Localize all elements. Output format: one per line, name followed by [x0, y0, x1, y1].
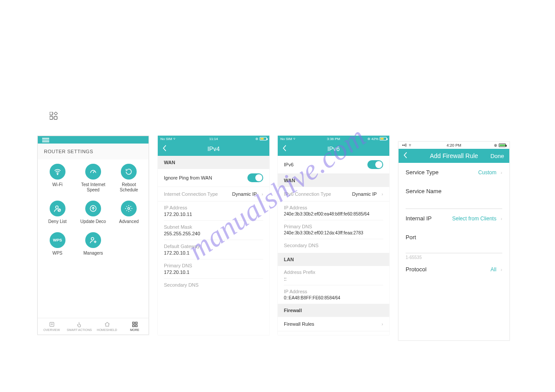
field-secondary-dns: Secondary DNS — [278, 239, 389, 253]
svg-point-3 — [57, 174, 58, 175]
screen-ipv4: No SIM ᯤ 11:14 ⊕ IPv4 WAN Ignore Ping fr… — [158, 136, 269, 335]
svg-rect-1 — [50, 116, 53, 119]
wan-section-header: WAN — [278, 174, 389, 187]
settings-grid: Wi-Fi Test Internet Speed Reboot Schedul… — [38, 159, 149, 256]
chevron-right-icon: › — [501, 267, 502, 272]
protocol-value: All — [490, 266, 496, 273]
grid-item-advanced[interactable]: Advanced — [111, 201, 147, 224]
bottom-tab-bar: OVERVIEW SMART ACTIONS HOMESHIELD MORE — [38, 318, 149, 334]
protocol-row[interactable]: Protocol All › — [399, 260, 509, 279]
wan-section-header: WAN — [158, 156, 269, 169]
svg-rect-12 — [135, 322, 137, 324]
screen-router-settings: ROUTER SETTINGS Wi-Fi Test Internet Spee… — [37, 136, 149, 335]
field-subnet-mask: Subnet Mask 255.255.255.240 — [158, 221, 269, 240]
tap-icon — [76, 321, 83, 327]
conn-type-value: Dynamic IP — [352, 191, 377, 197]
field-address-prefix: Address Prefix :: — [278, 266, 389, 285]
chevron-left-icon — [282, 145, 287, 152]
service-type-value: Custom — [478, 169, 496, 176]
grid-item-wps[interactable]: WPS WPS — [40, 232, 75, 256]
navbar: IPv6 — [278, 142, 389, 156]
status-time: 11:14 — [158, 137, 269, 141]
lan-section-header: LAN — [278, 253, 389, 266]
grid-item-update[interactable]: Update Deco — [75, 201, 111, 224]
user-gear-icon — [85, 232, 101, 248]
status-time: 4:20 PM — [399, 143, 509, 147]
field-ip-address: IP Address 240e:3b3:30b2:ef00:ea48:b8ff:… — [278, 201, 389, 220]
port-row: Port — [399, 228, 509, 243]
hamburger-icon[interactable] — [42, 137, 49, 143]
status-bar: No SIM ᯤ 3:36 PM ⊕ 42% — [278, 136, 389, 142]
svg-point-8 — [91, 237, 94, 240]
ipv6-toggle[interactable] — [367, 160, 383, 169]
conn-type-row[interactable]: Internet Connection Type Dynamic IP › — [158, 187, 269, 201]
page-title: IPv4 — [207, 145, 220, 152]
conn-type-label: Internet Connection Type — [164, 191, 218, 197]
svg-rect-14 — [135, 325, 137, 327]
firewall-rules-label: Firewall Rules — [284, 321, 314, 327]
ignore-ping-toggle[interactable] — [247, 173, 263, 182]
chevron-left-icon — [403, 152, 408, 159]
internal-ip-row[interactable]: Internal IP Select from Clients › — [399, 209, 509, 228]
tab-homeshield[interactable]: HOMESHIELD — [93, 318, 121, 334]
tab-smart-actions[interactable]: SMART ACTIONS — [65, 318, 93, 334]
firewall-rules-row[interactable]: Firewall Rules › — [278, 317, 389, 331]
grid-label: Managers — [83, 251, 103, 256]
svg-point-4 — [55, 206, 58, 209]
back-button[interactable] — [162, 145, 167, 153]
internal-ip-label: Internal IP — [406, 215, 432, 222]
ignore-ping-label: Ignore Ping from WAN — [164, 175, 212, 180]
ipv6-toggle-row: IPv6 — [278, 156, 389, 174]
grid-item-managers[interactable]: Managers — [75, 232, 111, 256]
grid-item-reboot[interactable]: Reboot Schedule — [111, 164, 147, 193]
grid-icon — [132, 321, 138, 327]
svg-point-7 — [128, 208, 130, 210]
tab-label: HOMESHIELD — [97, 328, 117, 331]
chevron-right-icon: › — [381, 321, 383, 327]
chevron-right-icon: › — [381, 191, 383, 197]
service-type-row[interactable]: Service Type Custom › — [399, 163, 509, 182]
grid-label: Advanced — [119, 219, 138, 224]
svg-rect-0 — [50, 112, 53, 115]
navbar: IPv4 — [158, 142, 269, 156]
screen-add-firewall-rule: ••ll ᯤ 4:20 PM ⊕ Add Firewall Rule Done … — [398, 141, 510, 341]
protocol-label: Protocol — [406, 266, 427, 273]
grid-item-wifi[interactable]: Wi-Fi — [40, 164, 75, 193]
navbar: Add Firewall Rule Done — [399, 149, 509, 163]
tab-label: MORE — [130, 328, 139, 331]
grid-menu-icon — [50, 112, 58, 122]
port-input[interactable] — [399, 243, 509, 253]
done-button[interactable]: Done — [490, 153, 504, 159]
upload-icon — [85, 201, 101, 216]
field-default-gateway: Default Gateway 172.20.10.1 — [158, 240, 269, 259]
wifi-icon — [50, 164, 65, 180]
chevron-left-icon — [162, 145, 167, 152]
status-time: 3:36 PM — [278, 137, 389, 141]
chevron-right-icon: › — [501, 216, 502, 221]
section-title: ROUTER SETTINGS — [38, 144, 149, 159]
grid-item-speedtest[interactable]: Test Internet Speed — [75, 164, 111, 193]
tab-more[interactable]: MORE — [121, 318, 149, 334]
tab-overview[interactable]: OVERVIEW — [38, 318, 65, 334]
grid-item-denylist[interactable]: Deny List — [40, 201, 75, 224]
service-name-row: Service Name — [399, 182, 509, 197]
field-secondary-dns: Secondary DNS — [158, 279, 269, 292]
port-label: Port — [406, 234, 416, 241]
screen-ipv6: No SIM ᯤ 3:36 PM ⊕ 42% IPv6 IPv6 WAN IPv… — [278, 136, 389, 335]
service-name-input[interactable] — [399, 197, 509, 209]
internal-ip-value: Select from Clients — [452, 216, 497, 222]
conn-type-row[interactable]: IPv6 Connection Type Dynamic IP › — [278, 187, 389, 201]
gear-icon — [121, 201, 137, 216]
list-icon — [49, 321, 55, 327]
page-title: IPv6 — [327, 145, 340, 152]
status-bar: ••ll ᯤ 4:20 PM ⊕ — [399, 142, 509, 149]
svg-rect-13 — [132, 325, 134, 327]
back-button[interactable] — [403, 152, 408, 160]
reboot-icon — [121, 164, 137, 180]
back-button[interactable] — [282, 145, 287, 153]
field-primary-dns: Primary DNS 240e:3b3:30b2:ef00:12da:43ff… — [278, 220, 389, 239]
tab-label: SMART ACTIONS — [67, 328, 92, 331]
field-primary-dns: Primary DNS 172.20.10.1 — [158, 259, 269, 279]
status-bar: No SIM ᯤ 11:14 ⊕ — [158, 136, 269, 142]
firewall-section-header: Firewall — [278, 304, 389, 317]
